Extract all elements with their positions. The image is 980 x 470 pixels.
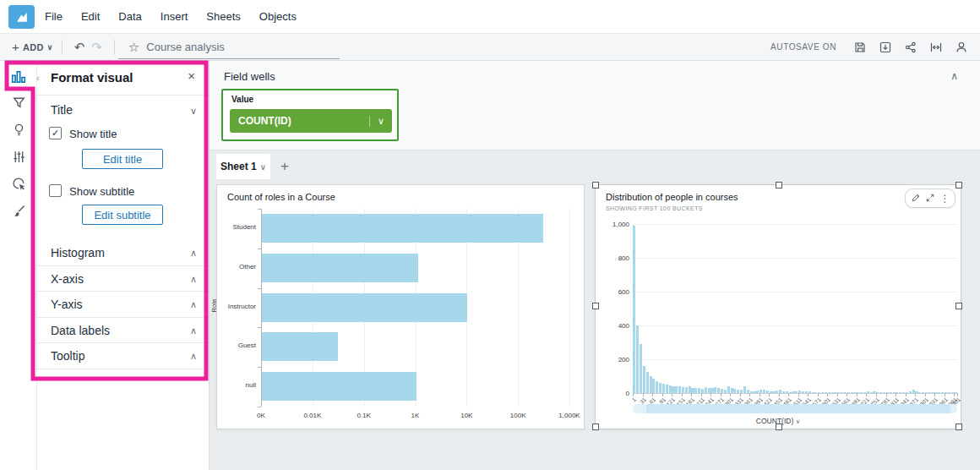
save-icon[interactable]	[853, 41, 867, 54]
bar-guest[interactable]	[262, 332, 338, 361]
selection-handle[interactable]	[592, 182, 599, 189]
title-section-label[interactable]: Title	[51, 103, 73, 117]
quicksight-logo-icon[interactable]	[8, 5, 35, 29]
edit-title-button[interactable]: Edit title	[82, 149, 163, 169]
menu-item-insert[interactable]: Insert	[161, 10, 188, 23]
histogram-bar[interactable]	[918, 392, 921, 393]
sheet-tab[interactable]: Sheet 1 ∨	[216, 154, 270, 179]
histogram-bar[interactable]	[860, 392, 863, 393]
favorite-star-icon[interactable]: ☆	[128, 40, 139, 55]
histogram-bar[interactable]	[652, 379, 655, 393]
histogram-bar[interactable]	[851, 392, 853, 393]
histogram-bar[interactable]	[682, 387, 684, 393]
menu-item-edit[interactable]: Edit	[81, 10, 100, 23]
chevron-up-icon[interactable]: ∧	[950, 70, 958, 82]
histogram-bar[interactable]	[694, 388, 697, 393]
show-title-checkbox[interactable]: ✓	[49, 127, 62, 139]
histogram-bar[interactable]	[812, 392, 814, 393]
histogram-bar[interactable]	[821, 392, 824, 393]
bar-chart-visual[interactable]: Count of roles in a Course Role 0K0.01K0…	[216, 184, 585, 429]
menu-item-data[interactable]: Data	[118, 10, 141, 23]
kebab-menu-icon[interactable]: ⋮	[940, 194, 950, 204]
undo-button[interactable]: ↶	[74, 40, 85, 55]
actions-icon[interactable]	[0, 172, 37, 194]
section-row-data-labels[interactable]: Data labels∧	[37, 318, 209, 344]
histogram-bar[interactable]	[636, 325, 639, 393]
histogram-bar[interactable]	[938, 392, 940, 393]
histogram-bar[interactable]	[669, 385, 672, 393]
filter-icon[interactable]	[0, 91, 37, 113]
histogram-bar[interactable]	[909, 391, 912, 393]
histogram-bar[interactable]	[743, 386, 746, 393]
download-icon[interactable]	[879, 41, 892, 54]
selection-handle[interactable]	[592, 303, 599, 309]
insights-icon[interactable]	[0, 118, 37, 140]
bar-instructor[interactable]	[262, 293, 467, 322]
histogram-bar[interactable]	[772, 391, 775, 393]
histogram-bar[interactable]	[659, 383, 662, 393]
histogram-visual[interactable]: Distribution of people in courses SHOWIN…	[595, 184, 961, 429]
menu-item-file[interactable]: File	[45, 10, 63, 23]
selection-handle[interactable]	[956, 303, 962, 309]
share-icon[interactable]	[904, 41, 917, 54]
section-row-tooltip[interactable]: Tooltip∧	[37, 343, 209, 369]
histogram-bar[interactable]	[928, 392, 931, 393]
histogram-bar[interactable]	[782, 391, 785, 393]
section-row-y-axis[interactable]: Y-axis∧	[37, 292, 209, 318]
selection-handle[interactable]	[592, 424, 599, 430]
show-subtitle-checkbox[interactable]	[49, 184, 62, 197]
histogram-bar[interactable]	[689, 386, 691, 393]
visualize-icon[interactable]	[0, 66, 37, 88]
histogram-bar[interactable]	[841, 392, 843, 393]
edit-pencil-icon[interactable]	[911, 191, 921, 206]
themes-icon[interactable]	[0, 199, 37, 221]
histogram-bar[interactable]	[662, 384, 665, 393]
fit-width-icon[interactable]	[929, 41, 943, 54]
data-zoom-scrollbar-fill[interactable]	[646, 404, 950, 413]
histogram-bar[interactable]	[650, 376, 652, 393]
histogram-bar[interactable]	[899, 392, 901, 393]
histogram-bar[interactable]	[792, 391, 794, 393]
histogram-bar[interactable]	[802, 391, 804, 393]
count-id-pill[interactable]: COUNT(ID) ∨	[230, 109, 392, 133]
selection-handle[interactable]	[776, 424, 782, 430]
histogram-bar[interactable]	[643, 366, 645, 393]
histogram-bar[interactable]	[724, 390, 727, 393]
maximize-icon[interactable]	[925, 191, 935, 206]
chevron-down-icon[interactable]: ∨	[369, 116, 384, 127]
edit-subtitle-button[interactable]: Edit subtitle	[82, 205, 163, 225]
histogram-bar[interactable]	[870, 392, 873, 393]
add-sheet-button[interactable]: +	[280, 158, 289, 175]
histogram-bar[interactable]	[763, 390, 765, 393]
selection-handle[interactable]	[956, 182, 962, 189]
histogram-bar[interactable]	[656, 381, 658, 393]
section-row-x-axis[interactable]: X-axis∧	[37, 266, 209, 292]
chevron-down-icon[interactable]: ∨	[190, 106, 197, 117]
menu-item-objects[interactable]: Objects	[259, 10, 297, 23]
histogram-bar[interactable]	[753, 391, 755, 393]
analysis-title[interactable]: Course analysis	[146, 41, 225, 53]
histogram-bar[interactable]	[733, 389, 736, 393]
close-icon[interactable]: ×	[188, 68, 195, 83]
histogram-bar[interactable]	[678, 386, 681, 393]
histogram-bar[interactable]	[831, 392, 834, 393]
bar-student[interactable]	[262, 214, 543, 243]
selection-handle[interactable]	[956, 424, 962, 430]
selection-handle[interactable]	[776, 182, 782, 189]
bar-other[interactable]	[262, 254, 418, 282]
section-row-histogram[interactable]: Histogram∧	[37, 240, 209, 266]
histogram-bar[interactable]	[666, 385, 668, 393]
histogram-bar[interactable]	[646, 372, 649, 393]
histogram-bar[interactable]	[705, 387, 707, 393]
histogram-bar[interactable]	[890, 392, 892, 393]
histogram-bar[interactable]	[685, 387, 688, 393]
menu-item-sheets[interactable]: Sheets	[206, 10, 240, 23]
histogram-bar[interactable]	[714, 387, 716, 393]
histogram-bar[interactable]	[672, 386, 674, 393]
autosave-status[interactable]: AUTOSAVE ON	[770, 42, 836, 52]
add-button[interactable]: + ADD ∨	[12, 34, 53, 60]
redo-button[interactable]: ↷	[91, 40, 102, 55]
histogram-bar[interactable]	[727, 386, 730, 393]
histogram-bar[interactable]	[675, 386, 678, 393]
histogram-bar[interactable]	[948, 392, 950, 393]
